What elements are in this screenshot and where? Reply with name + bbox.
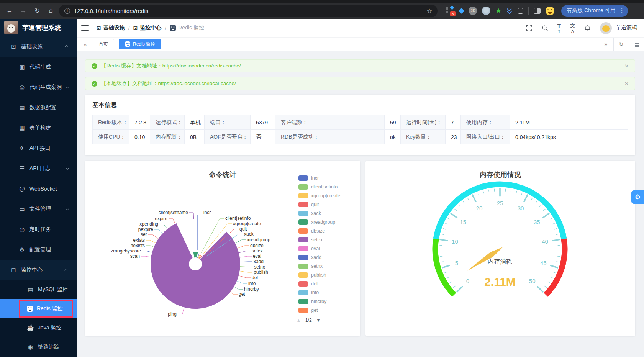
legend-label: setnx	[311, 264, 323, 269]
menu-fold-icon[interactable]	[81, 25, 89, 31]
sidebar-item-mysql-监控[interactable]: ▤MySQL 监控	[0, 280, 77, 299]
breadcrumb-infra[interactable]: ⊡ 基础设施	[97, 25, 125, 31]
bookmark-star-icon[interactable]: ☆	[427, 7, 432, 15]
settings-drawer-button[interactable]: ⚙	[631, 190, 644, 204]
legend-item-xadd[interactable]: xadd	[298, 253, 340, 262]
browser-chrome: ← → ↻ ⌂ i 127.0.0.1/infra/monitors/redis…	[0, 0, 644, 19]
monitor-icon: ⊡	[10, 43, 17, 50]
extension-command-icon[interactable]: ⌘	[469, 7, 477, 15]
close-icon[interactable]: ✕	[624, 81, 629, 87]
svg-text:client|setname: client|setname	[159, 210, 188, 215]
sidebar-item-数据源配置[interactable]: ▤数据源配置	[0, 97, 77, 118]
sidebar-item-基础设施[interactable]: ⊡基础设施	[0, 36, 77, 57]
breadcrumb-monitor-center[interactable]: ⊡ 监控中心	[133, 25, 162, 31]
legend-page-down-icon[interactable]: ▼	[316, 318, 321, 323]
profile-emoji-icon[interactable]	[546, 7, 554, 15]
svg-text:xpending: xpending	[139, 221, 158, 227]
user-avatar[interactable]	[600, 22, 612, 34]
sidebar-item-链路追踪[interactable]: ◉链路追踪	[0, 337, 77, 357]
close-icon[interactable]: ✕	[624, 63, 629, 69]
legend-item-publish[interactable]: publish	[298, 270, 340, 279]
reload-icon[interactable]: ↻	[31, 5, 43, 16]
svg-text:del: del	[252, 275, 258, 280]
sidebar-item-配置管理[interactable]: ⚙配置管理	[0, 239, 77, 260]
legend-page-up-icon[interactable]: ▲	[297, 318, 301, 323]
tab-refresh-icon[interactable]: ↻	[613, 38, 629, 51]
toolbar-divider	[528, 7, 529, 15]
legend-item-del[interactable]: del	[298, 279, 340, 288]
legend-item-setex[interactable]: setex	[298, 235, 340, 244]
sidebar-item-label: API 日志	[29, 165, 50, 172]
tabs-scroll-right-icon[interactable]: »	[598, 38, 613, 51]
translate-icon[interactable]: 文A	[570, 22, 575, 34]
legend-item-xgroup|create[interactable]: xgroup|create	[298, 191, 340, 200]
page-content: ✓ 【Redis 缓存】文档地址：https://doc.iocoder.cn/…	[77, 51, 644, 357]
tab-layout-grid-icon[interactable]	[629, 38, 644, 51]
breadcrumb: ⊡ 基础设施 / ⊡ 监控中心 / Redis 监控	[97, 25, 204, 31]
legend-label: incr	[311, 175, 319, 181]
info-label: Redis版本：	[93, 115, 129, 130]
sidebar-item-websocket[interactable]: @WebSocket	[0, 178, 77, 199]
sidebar-item-api-日志[interactable]: ☰API 日志	[0, 158, 77, 178]
address-bar[interactable]: i 127.0.0.1/infra/monitors/redis ☆	[59, 5, 438, 17]
svg-text:zrangebyscore: zrangebyscore	[111, 248, 141, 254]
extension-circle-icon[interactable]	[482, 7, 490, 15]
legend-label: client|setinfo	[311, 184, 338, 190]
tab-redis-monitor[interactable]: Redis 监控	[119, 39, 161, 49]
tab-home[interactable]: 首页	[93, 39, 114, 49]
legend-item-xack[interactable]: xack	[298, 209, 340, 218]
svg-text:publish: publish	[254, 270, 268, 275]
extension-kite-icon[interactable]	[459, 8, 465, 14]
legend-item-setnx[interactable]: setnx	[298, 262, 340, 270]
pie-legend: incrclient|setinfoxgroup|createquitxackx…	[298, 174, 340, 314]
legend-item-info[interactable]: info	[298, 288, 340, 297]
sidebar-item-表单构建[interactable]: ▦表单构建	[0, 118, 77, 138]
extension-star-icon[interactable]: ★	[495, 7, 501, 14]
chrome-update-chip[interactable]: 有新版 Chrome 可用 ⋮	[561, 5, 628, 17]
extensions-puzzle-icon[interactable]	[518, 8, 523, 14]
bell-icon[interactable]	[584, 25, 591, 31]
sidebar-item-java-监控[interactable]: ☕Java 监控	[0, 318, 77, 337]
svg-text:0: 0	[466, 278, 469, 284]
sidebar-item-label: 代码生成案例	[29, 84, 62, 91]
svg-text:client|setinfo: client|setinfo	[225, 216, 251, 221]
sidebar-item-redis-监控[interactable]: Redis 监控	[0, 299, 77, 318]
sidebar-item-监控中心[interactable]: ⊡监控中心	[0, 260, 77, 280]
legend-item-dbsize[interactable]: dbsize	[298, 226, 340, 235]
legend-label: eval	[311, 246, 320, 251]
search-icon[interactable]	[542, 25, 548, 31]
svg-text:info: info	[248, 281, 256, 286]
legend-item-eval[interactable]: eval	[298, 244, 340, 253]
sidebar-item-文件管理[interactable]: ▭文件管理	[0, 199, 77, 219]
font-size-icon[interactable]: TT	[557, 23, 561, 34]
fullscreen-icon[interactable]	[526, 25, 533, 31]
forward-icon[interactable]: →	[18, 5, 29, 16]
legend-item-hincrby[interactable]: hincrby	[298, 297, 340, 306]
site-info-icon[interactable]: i	[64, 8, 70, 14]
legend-item-client|setinfo[interactable]: client|setinfo	[298, 182, 340, 191]
extensions-area: 8 ⌘ ★	[445, 6, 554, 15]
tabs-scroll-left-icon[interactable]: «	[80, 41, 90, 47]
redis-icon	[125, 41, 130, 47]
chevron-up-icon	[64, 45, 68, 49]
sidebar-item-代码生成[interactable]: ▣代码生成	[0, 57, 77, 77]
header-actions: TT 文A 芋道源码	[526, 22, 637, 34]
logo-row[interactable]: 芋道管理系统	[0, 19, 77, 36]
sidebar-item-定时任务[interactable]: ◷定时任务	[0, 219, 77, 239]
sidebar-item-代码生成案例[interactable]: ◎代码生成案例	[0, 77, 77, 97]
split-screen-icon[interactable]	[534, 8, 541, 14]
extension-chevrons-icon[interactable]	[506, 7, 513, 14]
redis-icon	[27, 306, 33, 312]
legend-item-get[interactable]: get	[298, 306, 340, 314]
basic-info-table: Redis版本：7.2.3运行模式：单机端口：6379客户端数：59运行时间(天…	[92, 115, 628, 144]
legend-item-quit[interactable]: quit	[298, 200, 340, 209]
back-icon[interactable]: ←	[4, 5, 15, 16]
legend-item-xreadgroup[interactable]: xreadgroup	[298, 218, 340, 226]
browser-menu-icon[interactable]: ⋮	[619, 7, 625, 14]
sidebar-item-api-接口[interactable]: ✈API 接口	[0, 138, 77, 158]
extension-grid-icon[interactable]: 8	[445, 6, 454, 15]
legend-item-incr[interactable]: incr	[298, 174, 340, 182]
url-text[interactable]: 127.0.0.1/infra/monitors/redis	[74, 8, 423, 14]
home-icon[interactable]: ⌂	[45, 5, 57, 16]
user-name[interactable]: 芋道源码	[616, 25, 637, 31]
